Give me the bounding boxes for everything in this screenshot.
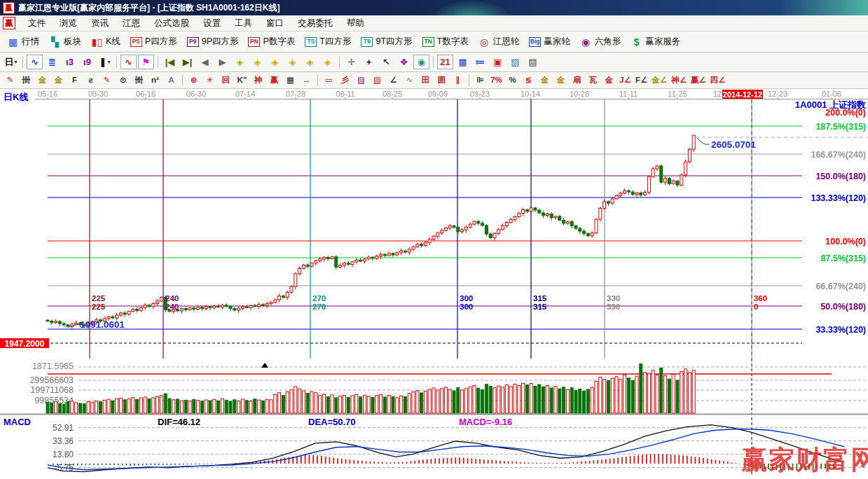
calculator-icon[interactable]: ▦ [455, 55, 471, 69]
pen-angle-icon[interactable]: ✎ [99, 74, 114, 87]
menu-item-8[interactable]: 交易委托 [291, 17, 340, 29]
menu-item-7[interactable]: 窗口 [259, 17, 291, 29]
trend-angle-icon[interactable]: ∠ [386, 74, 401, 87]
menu-item-3[interactable]: 江恩 [116, 17, 147, 29]
diamond-h-expand-icon[interactable]: ◈ [267, 55, 283, 69]
gann-vertical-label: 330 [607, 303, 620, 311]
diamond-right-icon[interactable]: ◈ [249, 55, 266, 69]
kline-label: K线 [106, 36, 120, 48]
diamond-v-shrink-icon[interactable]: ◈ [319, 55, 336, 69]
rect-select-icon[interactable]: ▭ [322, 74, 336, 87]
toolbar-button-t-square[interactable]: TST四方形 [300, 34, 356, 49]
red-grid-2-icon[interactable]: 囲 [434, 74, 449, 87]
bars-9-icon[interactable]: ι9 [79, 55, 95, 69]
price-scale-icon[interactable]: ⊫ [473, 74, 488, 87]
toolbar-button-gann-wheel[interactable]: ◎江恩轮 [474, 34, 525, 49]
shen-grid-icon[interactable]: 神 [251, 74, 266, 87]
gann-level-label: 200.0%(0) [825, 108, 866, 118]
smart-box-icon[interactable]: ◉ [413, 55, 429, 69]
menu-item-9[interactable]: 帮助 [340, 17, 371, 29]
wave-icon[interactable]: ∿ [402, 74, 417, 87]
diamond-left-icon[interactable]: ◈ [232, 55, 248, 69]
toolbar-button-9t-square[interactable]: T99T四方形 [356, 34, 417, 49]
dense-grid-icon[interactable]: 卌 [132, 74, 146, 87]
angle-j-icon[interactable]: J∠ [618, 74, 633, 87]
crosshair-tool-icon[interactable]: + [361, 55, 377, 69]
candle-style-dropdown-icon[interactable]: ❚▾ [97, 55, 113, 69]
percent-icon[interactable]: % [505, 74, 520, 87]
flag-tool-icon[interactable]: ⚑ [138, 55, 154, 69]
toolbar-button-winner-wheel[interactable]: Big赢家轮 [524, 34, 575, 49]
toolbar-button-p-square[interactable]: PSP四方形 [125, 34, 182, 49]
gann-gold-grid-icon[interactable]: 金 [35, 74, 50, 87]
k-notes-icon[interactable]: K" [235, 74, 249, 87]
menu-item-0[interactable]: 文件 [21, 17, 53, 29]
n2-grid-icon[interactable]: n² [148, 74, 163, 87]
toolbar-button-hexagon[interactable]: ◉六角形 [575, 34, 626, 49]
print-icon[interactable]: ▤ [525, 55, 541, 69]
save-floppy-icon[interactable]: ▣ [490, 55, 506, 69]
toolbar-button-kline[interactable]: ▮▯K线 [86, 34, 125, 49]
zigzag-tool-icon[interactable]: ∿ [120, 55, 137, 69]
pct-lines-icon[interactable]: ≶ [521, 74, 536, 87]
gold-wheel-icon[interactable]: 金 [537, 74, 552, 87]
toolbar-button-9p-square[interactable]: P99P四方形 [182, 34, 244, 49]
pointer-tool-icon[interactable]: ↖ [378, 55, 394, 69]
triangle-a-icon[interactable]: A [164, 74, 179, 87]
rays-icon[interactable]: 彡 [338, 74, 352, 87]
seven-percent-icon[interactable]: 7% [489, 74, 504, 87]
menu-item-2[interactable]: 资讯 [84, 17, 116, 29]
image-export-icon[interactable]: ▨ [507, 55, 523, 69]
notepad-icon[interactable]: ≔ [472, 55, 488, 69]
diamond-h-shrink-icon[interactable]: ◈ [284, 55, 301, 69]
nav-first-icon[interactable]: |◀ [162, 55, 178, 69]
angle-shen-icon[interactable]: 神∠ [670, 74, 688, 87]
toolbar-button-p-table[interactable]: PNP数字表 [243, 34, 300, 49]
info-doc-icon[interactable]: ≣ [44, 55, 60, 69]
angle-four-icon[interactable]: 四∠ [709, 74, 727, 87]
menu-item-4[interactable]: 公式选股 [147, 17, 196, 29]
width-measure-icon[interactable]: ↔ [299, 74, 314, 87]
angle-f-icon[interactable]: F∠ [634, 74, 649, 87]
spiral-icon[interactable]: ƨ [83, 74, 98, 87]
box-target-icon[interactable]: 回 [219, 74, 233, 87]
arc-band-icon[interactable]: 瓦 [586, 74, 600, 87]
gold-level-icon[interactable]: 金 [602, 74, 616, 87]
box-rays-2-icon[interactable]: ▧ [370, 74, 385, 87]
gann-grid-icon[interactable]: 卌 [19, 74, 34, 87]
box-rays-icon[interactable]: ▨ [354, 74, 368, 87]
nav-last-icon[interactable]: ▶| [179, 55, 195, 69]
gold-lines-icon[interactable]: 金 [553, 74, 568, 87]
menu-item-1[interactable]: 浏览 [53, 17, 84, 29]
gann-gold-grid-2-icon[interactable]: 金 [51, 74, 66, 87]
hand-tool-icon[interactable]: ✛ [343, 55, 359, 69]
toolbar-button-winner-service[interactable]: $赢家服务 [626, 34, 685, 49]
nav-next-icon[interactable]: ▶ [214, 55, 230, 69]
diamond-v-expand-icon[interactable]: ◈ [302, 55, 318, 69]
p-table-label: P数字表 [263, 36, 295, 48]
toolbar-button-t-table[interactable]: TNT数字表 [418, 34, 474, 49]
fan-icon[interactable]: 扇 [570, 74, 584, 87]
pen-icon[interactable]: ✎ [3, 74, 18, 87]
calendar-21-icon[interactable]: 21 [437, 55, 453, 69]
gann-level-label: 66.67%(240) [815, 282, 866, 291]
angle-ying-icon[interactable]: 赢∠ [689, 74, 708, 87]
toolbar-button-quotes[interactable]: ▦行情 [2, 34, 44, 49]
nav-prev-icon[interactable]: ◀ [197, 55, 213, 69]
target-red-icon[interactable]: ⊕ [186, 74, 201, 87]
circle-grid-icon[interactable]: ⊙ [116, 74, 130, 87]
menu-item-6[interactable]: 工具 [228, 17, 259, 29]
ying-grid-icon[interactable]: 赢 [267, 74, 282, 87]
period-day-dropdown-icon[interactable]: 日▾ [3, 55, 19, 69]
gann-f-grid-icon[interactable]: F [67, 74, 82, 87]
bars-3-icon[interactable]: ι3 [62, 55, 78, 69]
star-target-icon[interactable]: ✳ [202, 74, 217, 87]
red-grid-icon[interactable]: 田 [418, 74, 433, 87]
trend-box-icon[interactable]: ∿ [27, 55, 43, 69]
menu-item-5[interactable]: 设置 [196, 17, 228, 29]
gann-tools-icon[interactable]: ❖ [396, 55, 412, 69]
ruler-grid-icon[interactable]: ▦ [283, 74, 298, 87]
parallel-lines-icon[interactable]: ∥ [450, 74, 465, 87]
angle-gold-icon[interactable]: 金∠ [650, 74, 668, 87]
toolbar-button-sectors[interactable]: ▚板块 [44, 34, 86, 49]
